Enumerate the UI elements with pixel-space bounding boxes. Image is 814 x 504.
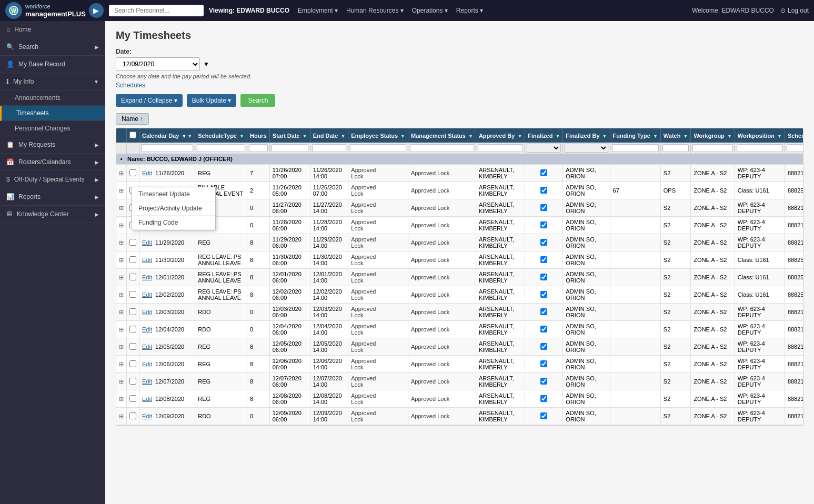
operations-menu[interactable]: Operations ▾ xyxy=(412,7,448,14)
hr-menu[interactable]: Human Resources ▾ xyxy=(346,7,404,14)
th-workposition[interactable]: Workposition ▼ xyxy=(735,128,785,143)
expand-icon[interactable]: ⊞ xyxy=(116,182,127,199)
edit-link[interactable]: Edit xyxy=(142,413,152,419)
row-checkbox[interactable] xyxy=(129,343,136,350)
th-funding-type[interactable]: Funding Type ▼ xyxy=(610,128,660,143)
sidebar-item-rosters[interactable]: 📅 Rosters/Calendars ▶ xyxy=(0,154,105,171)
name-sort-button[interactable]: Name ↑ xyxy=(116,113,149,125)
filter-start-date[interactable] xyxy=(272,144,308,152)
finalized-cell[interactable] xyxy=(525,373,563,390)
finalized-cell[interactable] xyxy=(525,356,563,373)
finalized-checkbox[interactable] xyxy=(540,395,547,402)
finalized-checkbox[interactable] xyxy=(540,360,547,367)
row-checkbox[interactable] xyxy=(129,360,136,367)
expand-icon[interactable]: ⊞ xyxy=(116,338,127,356)
row-checkbox-cell[interactable] xyxy=(127,165,139,182)
sidebar-item-timesheets[interactable]: Timesheets xyxy=(0,106,105,121)
row-checkbox[interactable] xyxy=(129,412,136,419)
expand-icon[interactable]: ⊞ xyxy=(116,286,127,304)
filter-approved-by[interactable] xyxy=(478,144,523,152)
sidebar-item-my-info[interactable]: ℹ My Info ▼ xyxy=(0,73,105,90)
finalized-checkbox[interactable] xyxy=(540,187,547,194)
sidebar-item-knowledge[interactable]: 🏛 Knowledge Center ▶ xyxy=(0,206,105,223)
row-checkbox[interactable] xyxy=(129,274,136,280)
finalized-cell[interactable] xyxy=(525,199,563,217)
row-checkbox[interactable] xyxy=(129,169,136,176)
row-checkbox[interactable] xyxy=(129,326,136,332)
sidebar-item-base-record[interactable]: 👤 My Base Record xyxy=(0,56,105,73)
row-checkbox[interactable] xyxy=(129,256,136,263)
row-checkbox[interactable] xyxy=(129,291,136,298)
finalized-checkbox[interactable] xyxy=(540,378,547,385)
logout-button[interactable]: ⊙ Log out xyxy=(780,7,809,14)
expand-icon[interactable]: ⊞ xyxy=(116,356,127,373)
expand-icon[interactable]: ⊞ xyxy=(116,234,127,251)
edit-link[interactable]: Edit xyxy=(142,291,152,298)
edit-link[interactable]: Edit xyxy=(142,170,152,176)
expand-icon[interactable]: ⊞ xyxy=(116,269,127,286)
bulk-update-button[interactable]: Bulk Update ▾ xyxy=(187,94,237,107)
row-checkbox-cell[interactable] xyxy=(127,408,139,425)
expand-icon[interactable]: ⊞ xyxy=(116,304,127,321)
th-calendar-day[interactable]: Calendar Day ▼▼ xyxy=(139,128,195,143)
row-checkbox-cell[interactable] xyxy=(127,321,139,338)
row-checkbox-cell[interactable] xyxy=(127,304,139,321)
nav-toggle-button[interactable]: ▶ xyxy=(89,3,104,18)
context-menu-timesheet-update[interactable]: Timesheet Update xyxy=(132,187,215,201)
filter-watch[interactable] xyxy=(662,144,689,152)
edit-link[interactable]: Edit xyxy=(142,239,152,246)
expand-icon[interactable]: ⊞ xyxy=(116,321,127,338)
filter-calendar-day[interactable] xyxy=(141,144,193,152)
finalized-cell[interactable] xyxy=(525,321,563,338)
th-end-date[interactable]: End Date ▼ xyxy=(310,128,348,143)
reports-menu[interactable]: Reports ▾ xyxy=(456,7,483,14)
sidebar-item-announcements[interactable]: Announcements xyxy=(0,90,105,106)
employment-menu[interactable]: Employment ▾ xyxy=(298,7,338,14)
row-checkbox-cell[interactable] xyxy=(127,356,139,373)
th-workgroup[interactable]: Workgroup ▼ xyxy=(691,128,735,143)
search-button[interactable]: Search xyxy=(240,94,275,107)
edit-link[interactable]: Edit xyxy=(142,378,152,385)
edit-link[interactable]: Edit xyxy=(142,326,152,332)
finalized-cell[interactable] xyxy=(525,182,563,199)
row-checkbox[interactable] xyxy=(129,239,136,246)
th-finalized-by[interactable]: Finalized By ▼ xyxy=(563,128,610,143)
group-minus-icon[interactable]: ▪ xyxy=(120,156,123,162)
expand-icon[interactable]: ⊞ xyxy=(116,199,127,217)
select-all-checkbox[interactable] xyxy=(129,132,136,138)
th-management-status[interactable]: Management Status ▼ xyxy=(408,128,476,143)
finalized-cell[interactable] xyxy=(525,408,563,425)
finalized-checkbox[interactable] xyxy=(540,169,547,176)
sidebar-item-my-requests[interactable]: 📋 My Requests ▶ xyxy=(0,136,105,154)
edit-link[interactable]: Edit xyxy=(142,274,152,280)
th-schedule-id[interactable]: Schedule ID xyxy=(785,128,803,143)
sidebar-item-search[interactable]: 🔍 Search ▶ xyxy=(0,38,105,56)
finalized-cell[interactable] xyxy=(525,165,563,182)
row-checkbox-cell[interactable] xyxy=(127,390,139,408)
row-checkbox[interactable] xyxy=(129,395,136,402)
finalized-checkbox[interactable] xyxy=(540,221,547,228)
edit-link[interactable]: Edit xyxy=(142,361,152,367)
filter-employee-status[interactable] xyxy=(350,144,406,152)
finalized-checkbox[interactable] xyxy=(540,412,547,419)
sidebar-item-reports[interactable]: 📊 Reports ▶ xyxy=(0,188,105,206)
expand-icon[interactable]: ⊞ xyxy=(116,373,127,390)
edit-link[interactable]: Edit xyxy=(142,396,152,402)
th-start-date[interactable]: Start Date ▼ xyxy=(269,128,310,143)
finalized-checkbox[interactable] xyxy=(540,343,547,350)
th-watch[interactable]: Watch ▼ xyxy=(660,128,691,143)
filter-workgroup[interactable] xyxy=(692,144,732,152)
sidebar-item-personnel-changes[interactable]: Personnel Changes xyxy=(0,121,105,136)
th-finalized[interactable]: Finalized ▼ xyxy=(525,128,563,143)
filter-schedule-type[interactable] xyxy=(197,144,245,152)
finalized-checkbox[interactable] xyxy=(540,256,547,263)
finalized-cell[interactable] xyxy=(525,286,563,304)
filter-finalized[interactable]: YesNo xyxy=(527,144,561,153)
finalized-cell[interactable] xyxy=(525,269,563,286)
finalized-cell[interactable] xyxy=(525,338,563,356)
expand-icon[interactable]: ⊞ xyxy=(116,165,127,182)
finalized-cell[interactable] xyxy=(525,390,563,408)
row-checkbox-cell[interactable] xyxy=(127,269,139,286)
finalized-checkbox[interactable] xyxy=(540,308,547,315)
finalized-checkbox[interactable] xyxy=(540,326,547,332)
